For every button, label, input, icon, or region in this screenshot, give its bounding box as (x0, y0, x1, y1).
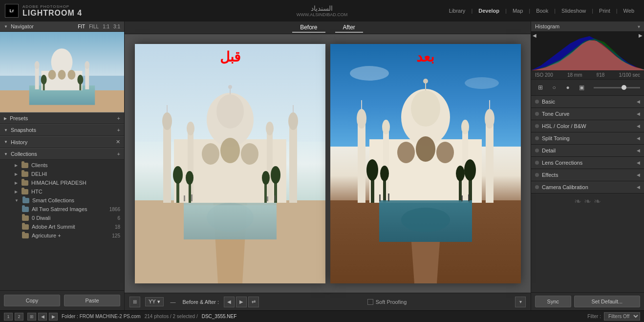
snapshots-actions[interactable]: + (117, 127, 120, 133)
collections-header[interactable]: ▼ Collections + (0, 148, 124, 160)
caret-icon: ▶ (15, 181, 18, 185)
copy-button[interactable]: Copy (4, 295, 60, 306)
histogram-expand-icon[interactable]: ▾ (638, 24, 640, 29)
collection-item-clients[interactable]: ▶ Clients (0, 161, 124, 170)
zoom-fit[interactable]: FIT (78, 24, 85, 29)
collection-item-agricuture[interactable]: Agricuture + 125 (0, 231, 124, 240)
nav-library[interactable]: Library (444, 6, 471, 16)
effects-toggle-dot[interactable] (535, 173, 539, 177)
camera-toggle-dot[interactable] (535, 185, 539, 189)
caret-icon: ▶ (15, 190, 18, 194)
rect-select-icon[interactable]: ▣ (576, 82, 587, 93)
zoom-options[interactable]: FIT FILL 1:1 3:1 (78, 24, 120, 29)
nav-map[interactable]: Map (508, 6, 528, 16)
watermark: السندياد WWW.ALSINDIBAD.COM (297, 4, 348, 17)
navigator-label: Navigator (11, 23, 34, 29)
caret-icon: ▶ (15, 163, 18, 168)
svg-point-16 (77, 75, 83, 85)
detail-header[interactable]: Detail ◀ (531, 145, 644, 156)
lens-corrections-header[interactable]: Lens Corrections ◀ (531, 157, 644, 169)
paste-button[interactable]: Paste (64, 295, 120, 306)
sync-button[interactable]: Sync (535, 296, 571, 307)
collection-item-adobe-summit[interactable]: Adobe Art Summit 18 (0, 222, 124, 231)
svg-point-10 (48, 70, 56, 80)
split-toning-toggle-dot[interactable] (535, 136, 539, 140)
history-label: History (11, 139, 27, 145)
detail-header-left: Detail (535, 148, 556, 153)
before-photo: قبل (135, 44, 325, 283)
split-toning-header[interactable]: Split Toning ◀ (531, 132, 644, 144)
navigator-header[interactable]: ▼ Navigator FIT FILL 1:1 3:1 (0, 21, 124, 32)
presets-add-icon[interactable]: + (117, 115, 120, 121)
collection-name: DELHI (31, 171, 47, 177)
exposure-slider[interactable] (594, 87, 640, 88)
tone-curve-toggle-dot[interactable] (535, 112, 539, 116)
next-after-icon[interactable]: ▶ (236, 297, 247, 307)
presets-header[interactable]: ▶ Presets + (0, 112, 124, 124)
detail-toggle-dot[interactable] (535, 149, 539, 152)
basic-header-left: Basic (535, 99, 555, 105)
collections-actions[interactable]: + (117, 151, 120, 157)
soft-proof-checkbox[interactable] (367, 299, 373, 305)
filmstrip-icon[interactable]: ⊞ (129, 297, 140, 307)
mode-dropdown[interactable]: YY ▾ (145, 297, 164, 306)
after-tab[interactable]: After (335, 23, 363, 33)
tone-curve-header[interactable]: Tone Curve ◀ (531, 108, 644, 120)
collections-list: ▶ Clients ▶ DELHI ▶ HIMACHAL PRADESH ▶ H… (0, 160, 124, 290)
swap-icon[interactable]: ⇄ (248, 297, 259, 307)
effects-header[interactable]: Effects ◀ (531, 169, 644, 181)
spot-heal-icon[interactable]: ● (562, 82, 573, 93)
page-2-btn[interactable]: 2 (15, 313, 23, 321)
zoom-fill[interactable]: FILL (89, 24, 99, 29)
soft-proofing-area[interactable]: Soft Proofing (367, 299, 407, 305)
exif-shutter: 1/100 sec (619, 72, 640, 78)
snapshots-header[interactable]: ▼ Snapshots + (0, 124, 124, 136)
nav-slideshow[interactable]: Slideshow (557, 6, 591, 16)
crop-tool-icon[interactable]: ○ (549, 82, 559, 93)
split-toning-section: Split Toning ◀ (531, 132, 644, 145)
hsl-header[interactable]: HSL / Color / B&W ◀ (531, 120, 644, 132)
nav-book[interactable]: Book (531, 6, 553, 16)
prev-nav-icon[interactable]: ◀ (38, 313, 47, 321)
hsl-toggle-dot[interactable] (535, 124, 539, 128)
history-close-icon[interactable]: ✕ (116, 139, 120, 145)
before-tab[interactable]: Before (292, 23, 325, 33)
nav-web[interactable]: Web (619, 6, 639, 16)
basic-toggle-dot[interactable] (535, 100, 539, 104)
collection-item-delhi[interactable]: ▶ DELHI (0, 170, 124, 178)
right-bottom-buttons: Sync Set Default... (531, 292, 644, 310)
page-1-btn[interactable]: 1 (4, 313, 13, 321)
collection-item-smart[interactable]: ▼ Smart Collections (0, 196, 124, 205)
nav-print[interactable]: Print (594, 6, 615, 16)
prev-before-icon[interactable]: ◀ (224, 297, 235, 307)
collection-item-himachal[interactable]: ▶ HIMACHAL PRADESH (0, 178, 124, 187)
grid-tool-icon[interactable]: ⊞ (535, 82, 546, 93)
zoom-1-1[interactable]: 1:1 (103, 24, 109, 29)
exif-iso: ISO 200 (535, 72, 553, 78)
filter-dropdown[interactable]: Filters Off Flagged Rated (604, 312, 640, 321)
snapshots-add-icon[interactable]: + (117, 127, 120, 133)
chevron-down-icon[interactable]: ▾ (515, 297, 526, 307)
history-actions[interactable]: ✕ (116, 139, 120, 145)
main-area: ▼ Navigator FIT FILL 1:1 3:1 (0, 21, 644, 310)
svg-point-82 (464, 159, 476, 181)
zoom-3-1[interactable]: 3:1 (113, 24, 120, 29)
collection-item-diwali[interactable]: 0 Diwali 6 (0, 214, 124, 222)
presets-actions[interactable]: + (117, 115, 120, 121)
svg-point-25 (228, 85, 232, 89)
nav-develop[interactable]: Develop (473, 6, 504, 16)
history-header[interactable]: ▼ History ✕ (0, 136, 124, 148)
collection-item-all-two[interactable]: All Two Satrred Images 1866 (0, 205, 124, 214)
navigator-title: ▼ Navigator (4, 23, 34, 29)
svg-point-23 (216, 94, 244, 129)
lens-toggle-dot[interactable] (535, 161, 539, 165)
basic-header[interactable]: Basic ◀ (531, 96, 644, 107)
collection-item-htc[interactable]: ▶ HTC (0, 187, 124, 196)
camera-calibration-header[interactable]: Camera Calibration ◀ (531, 181, 644, 193)
set-default-button[interactable]: Set Default... (574, 296, 640, 307)
grid-view-icon[interactable]: ⊞ (27, 313, 36, 321)
before-after-label: Before & After : (183, 299, 219, 305)
next-nav-icon[interactable]: ▶ (49, 313, 58, 321)
svg-rect-88 (388, 193, 389, 201)
collections-add-icon[interactable]: + (117, 151, 120, 157)
